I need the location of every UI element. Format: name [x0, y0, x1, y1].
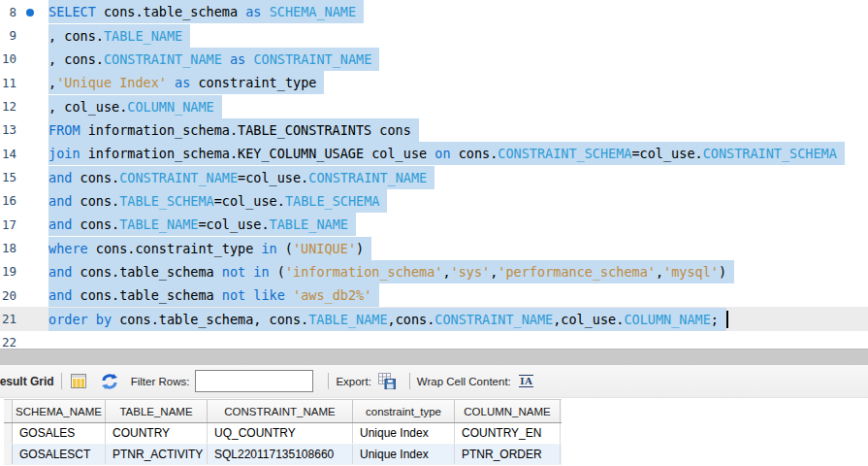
code-line-13[interactable]: 13FROM information_schema.TABLE_CONSTRAI… [0, 118, 868, 142]
code-lines: 8SELECT cons.table_schema as SCHEMA_NAME… [0, 0, 868, 349]
line-number: 8 [0, 5, 16, 19]
table-cell[interactable]: Unique Index [353, 445, 455, 465]
column-header-SCHEMA_NAME[interactable]: SCHEMA_NAME [13, 400, 106, 422]
line-gutter: 16 [0, 189, 43, 213]
sql-editor[interactable]: 8SELECT cons.table_schema as SCHEMA_NAME… [0, 0, 868, 349]
code-text: ,'Unique Index' as constraint_type [48, 71, 324, 94]
line-number: 22 [0, 335, 16, 349]
line-gutter: 21 [0, 307, 43, 330]
table-cell[interactable]: SQL220117135108660 [208, 445, 353, 465]
line-number: 21 [0, 312, 16, 326]
text-cursor [726, 311, 728, 328]
code-line-16[interactable]: 16and cons.TABLE_SCHEMA=col_use.TABLE_SC… [0, 189, 868, 213]
statement-start-icon [26, 9, 34, 17]
table-cell[interactable]: PTNR_ACTIVITY [106, 445, 208, 465]
line-number: 18 [0, 241, 16, 255]
line-number: 17 [0, 217, 16, 232]
code-line-15[interactable]: 15and cons.CONSTRAINT_NAME=col_use.CONST… [0, 165, 868, 188]
code-text: order by cons.table_schema, cons.TABLE_N… [48, 308, 726, 331]
code-line-14[interactable]: 14join information_schema.KEY_COLUMN_USA… [0, 142, 868, 165]
result-grid-title: Result Grid [0, 375, 54, 388]
code-text: , cons.TABLE_NAME [48, 24, 190, 48]
filter-rows-label: Filter Rows: [131, 376, 190, 387]
line-gutter: 22 [0, 331, 43, 349]
code-line-10[interactable]: 10, cons.CONSTRAINT_NAME as CONSTRAINT_N… [0, 48, 868, 71]
column-header-constraint_type[interactable]: constraint_type [353, 400, 455, 422]
result-grid-body: GOSALESCOUNTRYUQ_COUNTRYUnique IndexCOUN… [4, 423, 562, 465]
line-number: 9 [0, 28, 16, 43]
column-header-TABLE_NAME[interactable]: TABLE_NAME [106, 400, 208, 422]
code-line-9[interactable]: 9, cons.TABLE_NAME [0, 23, 868, 47]
code-text: and cons.table_schema not like 'aws_db2%… [48, 283, 379, 307]
row-selector[interactable] [4, 423, 13, 444]
table-row[interactable]: GOSALESCTPTNR_ACTIVITYSQL220117135108660… [4, 445, 562, 466]
table-cell[interactable]: COUNTRY_EN [455, 423, 561, 444]
table-cell[interactable]: UQ_COUNTRY [208, 423, 353, 444]
line-gutter: 15 [0, 165, 43, 188]
code-text: SELECT cons.table_schema as SCHEMA_NAME [48, 0, 364, 23]
row-selector[interactable] [4, 445, 13, 465]
toolbar-separator [409, 373, 410, 389]
line-gutter: 11 [0, 71, 43, 94]
line-number: 13 [0, 122, 16, 137]
code-line-19[interactable]: 19and cons.table_schema not in ('informa… [0, 260, 868, 283]
table-cell[interactable]: Unique Index [353, 423, 455, 444]
line-number: 20 [0, 288, 16, 303]
line-gutter: 13 [0, 118, 43, 142]
toolbar-separator [328, 373, 329, 389]
line-number: 15 [0, 170, 16, 184]
code-text: where cons.constraint_type in ('UNIQUE') [48, 237, 371, 260]
result-grid: SCHEMA_NAMETABLE_NAMECONSTRAINT_NAMEcons… [4, 399, 562, 465]
line-number: 12 [0, 99, 16, 114]
table-cell[interactable]: COUNTRY [106, 423, 208, 444]
export-label: Export: [336, 376, 370, 387]
line-gutter: 19 [0, 260, 43, 283]
table-row[interactable]: GOSALESCOUNTRYUQ_COUNTRYUnique IndexCOUN… [4, 423, 562, 445]
code-text: and cons.TABLE_SCHEMA=col_use.TABLE_SCHE… [48, 189, 387, 213]
code-line-17[interactable]: 17and cons.TABLE_NAME=col_use.TABLE_NAME [0, 213, 868, 236]
line-gutter: 20 [0, 283, 43, 307]
result-grid-icon[interactable] [69, 372, 88, 391]
column-header-COLUMN_NAME[interactable]: COLUMN_NAME [455, 400, 561, 422]
code-text: , cons.CONSTRAINT_NAME as CONSTRAINT_NAM… [48, 48, 379, 71]
code-line-20[interactable]: 20and cons.table_schema not like 'aws_db… [0, 283, 868, 307]
line-gutter: 10 [0, 48, 43, 71]
export-recordset-icon[interactable] [377, 372, 397, 391]
line-gutter: 8 [0, 0, 43, 23]
line-number: 19 [0, 264, 16, 279]
code-line-18[interactable]: 18where cons.constraint_type in ('UNIQUE… [0, 236, 868, 259]
filter-rows-input[interactable] [195, 370, 313, 392]
panel-splitter[interactable] [0, 349, 868, 365]
wrap-cell-content-toggle-icon[interactable]: IA [517, 372, 536, 391]
result-grid-toolbar: Result Grid Filter Rows: Export: [0, 365, 868, 398]
code-line-12[interactable]: 12, col_use.COLUMN_NAME [0, 94, 868, 117]
table-cell[interactable]: PTNR_ORDER [455, 445, 561, 465]
line-gutter: 14 [0, 142, 43, 165]
code-line-11[interactable]: 11,'Unique Index' as constraint_type [0, 71, 868, 94]
line-gutter: 12 [0, 94, 43, 117]
result-grid-header: SCHEMA_NAMETABLE_NAMECONSTRAINT_NAMEcons… [4, 400, 562, 423]
code-line-22[interactable]: 22 [0, 331, 868, 349]
line-gutter: 17 [0, 213, 43, 236]
column-header-CONSTRAINT_NAME[interactable]: CONSTRAINT_NAME [208, 400, 353, 422]
code-text: FROM information_schema.TABLE_CONSTRAINT… [48, 118, 419, 142]
code-line-21[interactable]: 21order by cons.table_schema, cons.TABLE… [0, 307, 868, 330]
wrap-cell-content-label: Wrap Cell Content: [417, 376, 511, 387]
code-text: , col_use.COLUMN_NAME [48, 95, 222, 118]
line-number: 11 [0, 76, 16, 90]
line-number: 10 [0, 51, 16, 66]
line-gutter: 9 [0, 23, 43, 47]
table-cell[interactable]: GOSALES [13, 423, 106, 444]
line-number: 16 [0, 193, 16, 208]
mysql-workbench-query-panel: 8SELECT cons.table_schema as SCHEMA_NAME… [0, 0, 868, 466]
code-line-8[interactable]: 8SELECT cons.table_schema as SCHEMA_NAME [0, 0, 868, 23]
code-text: join information_schema.KEY_COLUMN_USAGE… [48, 142, 845, 165]
toolbar-separator [61, 373, 62, 389]
line-gutter: 18 [0, 236, 43, 259]
code-text: and cons.table_schema not in ('informati… [48, 260, 734, 283]
row-selector-header [4, 400, 13, 422]
line-number: 14 [0, 147, 16, 161]
refresh-icon[interactable] [100, 372, 119, 391]
table-cell[interactable]: GOSALESCT [13, 445, 106, 465]
code-text: and cons.CONSTRAINT_NAME=col_use.CONSTRA… [48, 166, 434, 189]
